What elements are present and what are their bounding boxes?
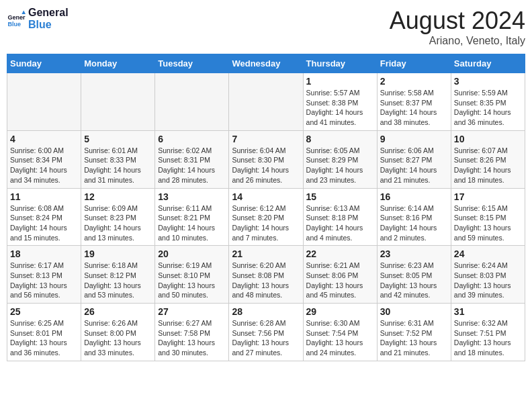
day-number: 13 xyxy=(158,191,226,202)
day-info: Sunrise: 5:57 AMSunset: 8:38 PMDaylight:… xyxy=(306,88,374,128)
calendar-cell: 6Sunrise: 6:02 AMSunset: 8:31 PMDaylight… xyxy=(155,130,229,188)
calendar-cell xyxy=(229,73,303,131)
calendar-cell: 31Sunrise: 6:32 AMSunset: 7:51 PMDayligh… xyxy=(451,304,525,361)
day-info: Sunrise: 6:14 AMSunset: 8:16 PMDaylight:… xyxy=(380,203,448,243)
day-info: Sunrise: 6:27 AMSunset: 7:58 PMDaylight:… xyxy=(158,318,226,358)
day-number: 9 xyxy=(380,134,448,144)
calendar-cell: 21Sunrise: 6:20 AMSunset: 8:08 PMDayligh… xyxy=(229,246,303,304)
calendar-cell: 20Sunrise: 6:19 AMSunset: 8:10 PMDayligh… xyxy=(155,246,229,304)
day-number: 23 xyxy=(380,248,448,259)
day-number: 12 xyxy=(84,191,152,202)
calendar-cell: 7Sunrise: 6:04 AMSunset: 8:30 PMDaylight… xyxy=(229,130,303,188)
day-info: Sunrise: 6:26 AMSunset: 8:00 PMDaylight:… xyxy=(84,318,152,358)
day-number: 1 xyxy=(306,76,374,87)
day-number: 4 xyxy=(10,134,78,144)
calendar-cell: 24Sunrise: 6:24 AMSunset: 8:03 PMDayligh… xyxy=(451,246,525,304)
calendar: SundayMondayTuesdayWednesdayThursdayFrid… xyxy=(7,54,525,361)
day-number: 8 xyxy=(306,134,374,144)
weekday-header-sunday: Sunday xyxy=(7,54,81,73)
logo: General Blue General Blue xyxy=(7,7,69,30)
day-info: Sunrise: 6:02 AMSunset: 8:31 PMDaylight:… xyxy=(158,146,226,185)
calendar-cell: 11Sunrise: 6:08 AMSunset: 8:24 PMDayligh… xyxy=(7,188,81,246)
calendar-week-1: 1Sunrise: 5:57 AMSunset: 8:38 PMDaylight… xyxy=(7,73,525,131)
calendar-cell: 12Sunrise: 6:09 AMSunset: 8:23 PMDayligh… xyxy=(81,188,155,246)
calendar-week-3: 11Sunrise: 6:08 AMSunset: 8:24 PMDayligh… xyxy=(7,188,525,246)
month-title: August 2024 xyxy=(390,7,525,35)
day-number: 29 xyxy=(306,306,374,317)
weekday-header-wednesday: Wednesday xyxy=(229,54,303,73)
weekday-header-saturday: Saturday xyxy=(451,54,525,73)
day-info: Sunrise: 6:32 AMSunset: 7:51 PMDaylight:… xyxy=(454,318,522,358)
day-number: 27 xyxy=(158,306,226,317)
day-number: 5 xyxy=(84,134,152,144)
day-number: 26 xyxy=(84,306,152,317)
day-info: Sunrise: 6:24 AMSunset: 8:03 PMDaylight:… xyxy=(454,261,522,300)
page-header: General Blue General Blue August 2024 Ar… xyxy=(7,7,525,47)
calendar-cell: 18Sunrise: 6:17 AMSunset: 8:13 PMDayligh… xyxy=(7,246,81,304)
calendar-cell xyxy=(81,73,155,131)
day-info: Sunrise: 6:18 AMSunset: 8:12 PMDaylight:… xyxy=(84,261,152,300)
day-number: 22 xyxy=(306,248,374,259)
calendar-cell: 17Sunrise: 6:15 AMSunset: 8:15 PMDayligh… xyxy=(451,188,525,246)
day-number: 2 xyxy=(380,76,448,87)
calendar-week-5: 25Sunrise: 6:25 AMSunset: 8:01 PMDayligh… xyxy=(7,304,525,361)
calendar-cell: 3Sunrise: 5:59 AMSunset: 8:35 PMDaylight… xyxy=(451,73,525,131)
day-number: 18 xyxy=(10,248,78,259)
svg-marker-2 xyxy=(21,10,26,14)
day-info: Sunrise: 6:04 AMSunset: 8:30 PMDaylight:… xyxy=(232,146,300,185)
day-info: Sunrise: 6:30 AMSunset: 7:54 PMDaylight:… xyxy=(306,318,374,358)
logo-icon: General Blue xyxy=(7,9,26,28)
day-number: 25 xyxy=(10,306,78,317)
day-number: 17 xyxy=(454,191,522,202)
calendar-cell xyxy=(7,73,81,131)
location-title: Ariano, Veneto, Italy xyxy=(390,35,525,47)
day-number: 11 xyxy=(10,191,78,202)
calendar-cell: 23Sunrise: 6:23 AMSunset: 8:05 PMDayligh… xyxy=(377,246,451,304)
calendar-cell: 15Sunrise: 6:13 AMSunset: 8:18 PMDayligh… xyxy=(303,188,377,246)
calendar-cell: 19Sunrise: 6:18 AMSunset: 8:12 PMDayligh… xyxy=(81,246,155,304)
calendar-cell: 1Sunrise: 5:57 AMSunset: 8:38 PMDaylight… xyxy=(303,73,377,131)
day-number: 6 xyxy=(158,134,226,144)
day-number: 15 xyxy=(306,191,374,202)
weekday-header-thursday: Thursday xyxy=(303,54,377,73)
calendar-cell: 26Sunrise: 6:26 AMSunset: 8:00 PMDayligh… xyxy=(81,304,155,361)
day-info: Sunrise: 5:58 AMSunset: 8:37 PMDaylight:… xyxy=(380,88,448,128)
calendar-cell: 5Sunrise: 6:01 AMSunset: 8:33 PMDaylight… xyxy=(81,130,155,188)
day-info: Sunrise: 6:13 AMSunset: 8:18 PMDaylight:… xyxy=(306,203,374,243)
day-info: Sunrise: 6:11 AMSunset: 8:21 PMDaylight:… xyxy=(158,203,226,243)
day-info: Sunrise: 6:25 AMSunset: 8:01 PMDaylight:… xyxy=(10,318,78,358)
calendar-cell: 25Sunrise: 6:25 AMSunset: 8:01 PMDayligh… xyxy=(7,304,81,361)
day-number: 20 xyxy=(158,248,226,259)
day-number: 14 xyxy=(232,191,300,202)
day-info: Sunrise: 6:20 AMSunset: 8:08 PMDaylight:… xyxy=(232,261,300,300)
logo-line2: Blue xyxy=(28,19,69,31)
weekday-header-friday: Friday xyxy=(377,54,451,73)
day-info: Sunrise: 6:00 AMSunset: 8:34 PMDaylight:… xyxy=(10,146,78,185)
day-number: 16 xyxy=(380,191,448,202)
calendar-cell: 16Sunrise: 6:14 AMSunset: 8:16 PMDayligh… xyxy=(377,188,451,246)
calendar-cell xyxy=(155,73,229,131)
day-info: Sunrise: 6:08 AMSunset: 8:24 PMDaylight:… xyxy=(10,203,78,243)
calendar-week-4: 18Sunrise: 6:17 AMSunset: 8:13 PMDayligh… xyxy=(7,246,525,304)
calendar-cell: 4Sunrise: 6:00 AMSunset: 8:34 PMDaylight… xyxy=(7,130,81,188)
day-info: Sunrise: 6:06 AMSunset: 8:27 PMDaylight:… xyxy=(380,146,448,185)
calendar-cell: 8Sunrise: 6:05 AMSunset: 8:29 PMDaylight… xyxy=(303,130,377,188)
calendar-cell: 13Sunrise: 6:11 AMSunset: 8:21 PMDayligh… xyxy=(155,188,229,246)
calendar-body: 1Sunrise: 5:57 AMSunset: 8:38 PMDaylight… xyxy=(7,73,525,361)
day-info: Sunrise: 6:21 AMSunset: 8:06 PMDaylight:… xyxy=(306,261,374,300)
day-number: 3 xyxy=(454,76,522,87)
weekday-header-monday: Monday xyxy=(81,54,155,73)
calendar-cell: 29Sunrise: 6:30 AMSunset: 7:54 PMDayligh… xyxy=(303,304,377,361)
day-info: Sunrise: 6:23 AMSunset: 8:05 PMDaylight:… xyxy=(380,261,448,300)
calendar-cell: 28Sunrise: 6:28 AMSunset: 7:56 PMDayligh… xyxy=(229,304,303,361)
day-info: Sunrise: 6:09 AMSunset: 8:23 PMDaylight:… xyxy=(84,203,152,243)
day-number: 10 xyxy=(454,134,522,144)
day-number: 19 xyxy=(84,248,152,259)
calendar-cell: 27Sunrise: 6:27 AMSunset: 7:58 PMDayligh… xyxy=(155,304,229,361)
day-info: Sunrise: 6:15 AMSunset: 8:15 PMDaylight:… xyxy=(454,203,522,243)
day-info: Sunrise: 6:12 AMSunset: 8:20 PMDaylight:… xyxy=(232,203,300,243)
calendar-cell: 30Sunrise: 6:31 AMSunset: 7:52 PMDayligh… xyxy=(377,304,451,361)
calendar-week-2: 4Sunrise: 6:00 AMSunset: 8:34 PMDaylight… xyxy=(7,130,525,188)
day-number: 30 xyxy=(380,306,448,317)
day-number: 28 xyxy=(232,306,300,317)
